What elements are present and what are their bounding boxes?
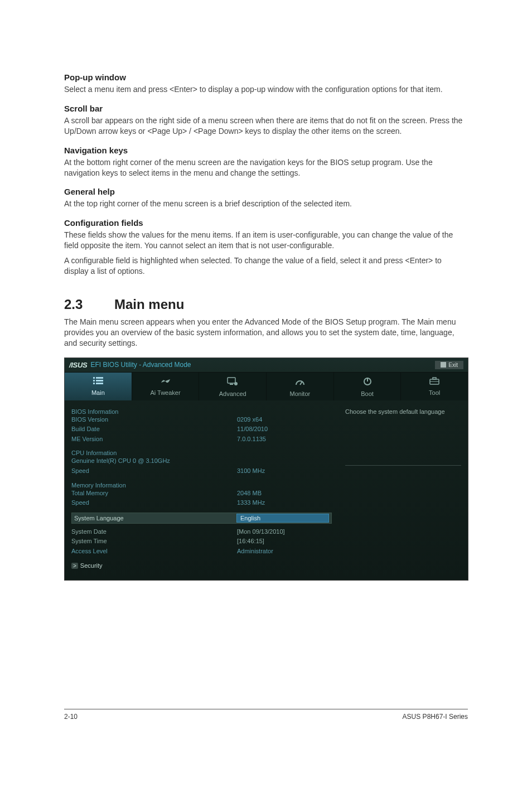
- section-number: 2.3: [64, 297, 114, 312]
- svg-rect-13: [433, 378, 436, 379]
- tab-ai-tweaker[interactable]: Ai Tweaker: [132, 373, 200, 400]
- product-name: ASUS P8H67-I Series: [403, 713, 468, 721]
- total-memory-value: 2048 MB: [237, 489, 332, 499]
- bios-titlebar: /ISUS EFI BIOS Utility - Advanced Mode E…: [65, 358, 468, 373]
- system-date-label: System Date: [71, 527, 237, 537]
- system-time-label: System Time: [71, 537, 237, 547]
- system-time-value[interactable]: [16:46:15]: [237, 537, 332, 547]
- navkeys-heading: Navigation keys: [64, 146, 468, 155]
- me-version-value: 7.0.0.1135: [237, 434, 332, 445]
- page-number: 2-10: [64, 713, 78, 721]
- popup-heading: Pop-up window: [64, 73, 468, 82]
- asus-logo: /ISUS: [69, 361, 87, 369]
- configfields-heading: Configuration fields: [64, 218, 468, 228]
- me-version-label: ME Version: [71, 434, 237, 445]
- access-level-value: Administrator: [237, 547, 332, 557]
- generalhelp-heading: General help: [64, 187, 468, 196]
- toolbox-icon: [401, 377, 468, 387]
- bios-tabs: Main Ai Tweaker Advanced Monitor: [65, 373, 468, 400]
- build-date-value: 11/08/2010: [237, 424, 332, 434]
- footer-divider: [64, 709, 468, 709]
- tab-boot[interactable]: Boot: [334, 373, 402, 400]
- cpu-speed-label: Speed: [71, 466, 237, 476]
- cpu-model: Genuine Intel(R) CPU 0 @ 3.10GHz: [71, 456, 332, 466]
- system-language-value[interactable]: English: [236, 514, 329, 523]
- exit-icon: [441, 362, 446, 368]
- svg-rect-4: [93, 383, 95, 384]
- me-version-row: ME Version 7.0.0.1135: [71, 434, 332, 445]
- cpu-model-row: Genuine Intel(R) CPU 0 @ 3.10GHz: [71, 456, 332, 466]
- security-item[interactable]: >Security: [71, 562, 332, 569]
- svg-rect-3: [96, 380, 103, 381]
- list-icon: [65, 377, 132, 387]
- tab-main[interactable]: Main: [65, 373, 132, 400]
- section-name: Main menu: [114, 297, 184, 312]
- bios-help-panel: Choose the system default language: [338, 408, 461, 569]
- monitor-gear-icon: [199, 377, 266, 388]
- tab-advanced[interactable]: Advanced: [199, 373, 267, 400]
- memory-speed-row: Speed 1333 MHz: [71, 498, 332, 508]
- scrollbar-text: A scroll bar appears on the right side o…: [64, 115, 468, 137]
- tab-monitor-label: Monitor: [290, 390, 311, 397]
- help-text: Choose the system default language: [345, 408, 461, 415]
- generalhelp-text: At the top right corner of the menu scre…: [64, 199, 468, 209]
- bios-utility-title: EFI BIOS Utility - Advanced Mode: [90, 361, 191, 369]
- access-level-row: Access Level Administrator: [71, 547, 332, 557]
- configfields-text1: These fields show the values for the men…: [64, 230, 468, 251]
- svg-point-8: [234, 382, 238, 385]
- bios-version-row: BIOS Version 0209 x64: [71, 415, 332, 425]
- navkeys-text: At the bottom right corner of the menu s…: [64, 157, 468, 178]
- tab-tool-label: Tool: [429, 389, 440, 396]
- svg-rect-1: [96, 377, 103, 379]
- security-label: Security: [80, 562, 103, 569]
- section-title: 2.3Main menu: [64, 297, 468, 312]
- power-icon: [334, 377, 401, 388]
- svg-line-9: [300, 381, 302, 385]
- bios-screenshot: /ISUS EFI BIOS Utility - Advanced Mode E…: [64, 357, 468, 581]
- tab-tool[interactable]: Tool: [401, 373, 468, 400]
- total-memory-row: Total Memory 2048 MB: [71, 489, 332, 499]
- memory-speed-value: 1333 MHz: [237, 498, 332, 508]
- bios-information-header: BIOS Information: [71, 408, 332, 415]
- cpu-information-header: CPU Information: [71, 450, 332, 456]
- bios-version-label: BIOS Version: [71, 415, 237, 425]
- system-date-value[interactable]: [Mon 09/13/2010]: [237, 527, 332, 537]
- svg-rect-2: [93, 380, 95, 381]
- system-time-row[interactable]: System Time [16:46:15]: [71, 537, 332, 547]
- svg-rect-7: [230, 384, 233, 385]
- tab-boot-label: Boot: [361, 390, 374, 397]
- svg-rect-0: [93, 377, 95, 379]
- build-date-row: Build Date 11/08/2010: [71, 424, 332, 434]
- system-language-label: System Language: [74, 515, 236, 521]
- system-language-row[interactable]: System Language English: [71, 513, 332, 524]
- bios-version-value: 0209 x64: [237, 415, 332, 425]
- page-footer: 2-10 ASUS P8H67-I Series: [0, 709, 532, 737]
- cpu-speed-value: 3100 MHz: [237, 466, 332, 476]
- exit-button[interactable]: Exit: [435, 361, 463, 369]
- system-date-row[interactable]: System Date [Mon 09/13/2010]: [71, 527, 332, 537]
- help-divider: [345, 465, 461, 466]
- tab-monitor[interactable]: Monitor: [267, 373, 334, 400]
- cpu-speed-row: Speed 3100 MHz: [71, 466, 332, 476]
- exit-label: Exit: [448, 362, 458, 368]
- build-date-label: Build Date: [71, 424, 237, 434]
- total-memory-label: Total Memory: [71, 489, 237, 499]
- tab-advanced-label: Advanced: [219, 390, 246, 397]
- memory-speed-label: Speed: [71, 498, 237, 508]
- svg-rect-6: [228, 378, 235, 383]
- submenu-arrow-icon: >: [71, 563, 78, 569]
- scrollbar-heading: Scroll bar: [64, 104, 468, 113]
- access-level-label: Access Level: [71, 547, 237, 557]
- mainmenu-intro: The Main menu screen appears when you en…: [64, 317, 468, 349]
- gauge-icon: [267, 377, 333, 388]
- tab-tweaker-label: Ai Tweaker: [150, 389, 180, 396]
- memory-information-header: Memory Information: [71, 482, 332, 489]
- tweaker-icon: [132, 377, 199, 387]
- svg-rect-5: [96, 383, 103, 384]
- configfields-text2: A configurable field is highlighted when…: [64, 255, 468, 277]
- bios-main-panel: BIOS Information BIOS Version 0209 x64 B…: [71, 408, 338, 569]
- tab-main-label: Main: [91, 389, 105, 396]
- popup-text: Select a menu item and press <Enter> to …: [64, 84, 468, 95]
